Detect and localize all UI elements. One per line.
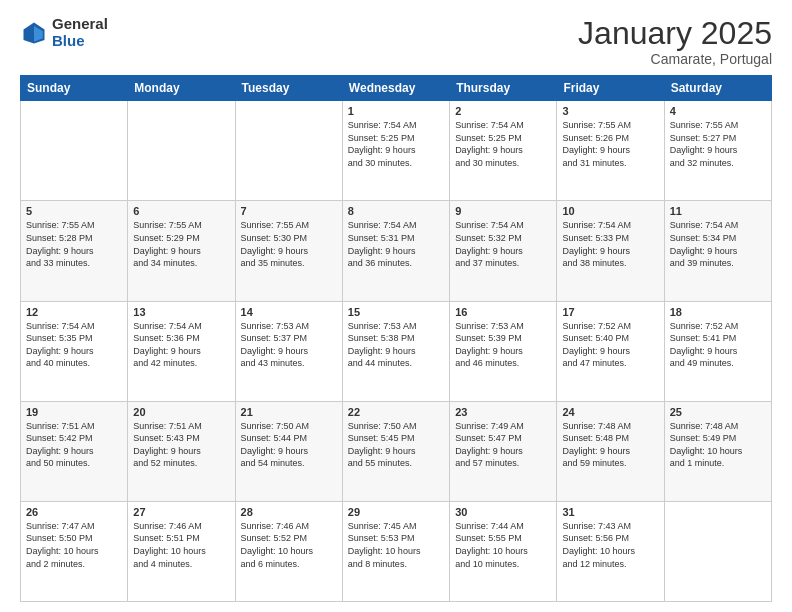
day-info: Sunrise: 7:49 AM Sunset: 5:47 PM Dayligh…	[455, 420, 551, 470]
day-info: Sunrise: 7:55 AM Sunset: 5:28 PM Dayligh…	[26, 219, 122, 269]
day-info: Sunrise: 7:45 AM Sunset: 5:53 PM Dayligh…	[348, 520, 444, 570]
day-info: Sunrise: 7:51 AM Sunset: 5:43 PM Dayligh…	[133, 420, 229, 470]
day-info: Sunrise: 7:48 AM Sunset: 5:49 PM Dayligh…	[670, 420, 766, 470]
day-info: Sunrise: 7:47 AM Sunset: 5:50 PM Dayligh…	[26, 520, 122, 570]
logo: General Blue	[20, 16, 108, 49]
day-number: 21	[241, 406, 337, 418]
day-info: Sunrise: 7:50 AM Sunset: 5:44 PM Dayligh…	[241, 420, 337, 470]
header: General Blue January 2025 Camarate, Port…	[20, 16, 772, 67]
calendar-week-row: 5Sunrise: 7:55 AM Sunset: 5:28 PM Daylig…	[21, 201, 772, 301]
day-info: Sunrise: 7:44 AM Sunset: 5:55 PM Dayligh…	[455, 520, 551, 570]
day-number: 12	[26, 306, 122, 318]
day-info: Sunrise: 7:54 AM Sunset: 5:34 PM Dayligh…	[670, 219, 766, 269]
calendar-cell: 23Sunrise: 7:49 AM Sunset: 5:47 PM Dayli…	[450, 401, 557, 501]
day-number: 29	[348, 506, 444, 518]
day-info: Sunrise: 7:54 AM Sunset: 5:36 PM Dayligh…	[133, 320, 229, 370]
day-info: Sunrise: 7:54 AM Sunset: 5:33 PM Dayligh…	[562, 219, 658, 269]
calendar-cell: 14Sunrise: 7:53 AM Sunset: 5:37 PM Dayli…	[235, 301, 342, 401]
day-number: 17	[562, 306, 658, 318]
title-block: January 2025 Camarate, Portugal	[578, 16, 772, 67]
day-info: Sunrise: 7:54 AM Sunset: 5:25 PM Dayligh…	[455, 119, 551, 169]
calendar-cell: 19Sunrise: 7:51 AM Sunset: 5:42 PM Dayli…	[21, 401, 128, 501]
calendar-cell: 8Sunrise: 7:54 AM Sunset: 5:31 PM Daylig…	[342, 201, 449, 301]
calendar-cell: 28Sunrise: 7:46 AM Sunset: 5:52 PM Dayli…	[235, 501, 342, 601]
day-number: 14	[241, 306, 337, 318]
day-number: 9	[455, 205, 551, 217]
day-number: 31	[562, 506, 658, 518]
day-info: Sunrise: 7:55 AM Sunset: 5:30 PM Dayligh…	[241, 219, 337, 269]
day-number: 18	[670, 306, 766, 318]
calendar-week-row: 26Sunrise: 7:47 AM Sunset: 5:50 PM Dayli…	[21, 501, 772, 601]
day-number: 20	[133, 406, 229, 418]
day-info: Sunrise: 7:50 AM Sunset: 5:45 PM Dayligh…	[348, 420, 444, 470]
day-number: 3	[562, 105, 658, 117]
day-number: 5	[26, 205, 122, 217]
day-number: 7	[241, 205, 337, 217]
day-info: Sunrise: 7:54 AM Sunset: 5:31 PM Dayligh…	[348, 219, 444, 269]
day-info: Sunrise: 7:46 AM Sunset: 5:52 PM Dayligh…	[241, 520, 337, 570]
calendar-cell: 31Sunrise: 7:43 AM Sunset: 5:56 PM Dayli…	[557, 501, 664, 601]
day-info: Sunrise: 7:54 AM Sunset: 5:32 PM Dayligh…	[455, 219, 551, 269]
calendar-week-row: 19Sunrise: 7:51 AM Sunset: 5:42 PM Dayli…	[21, 401, 772, 501]
day-number: 23	[455, 406, 551, 418]
col-thursday: Thursday	[450, 76, 557, 101]
day-info: Sunrise: 7:54 AM Sunset: 5:25 PM Dayligh…	[348, 119, 444, 169]
calendar-cell: 26Sunrise: 7:47 AM Sunset: 5:50 PM Dayli…	[21, 501, 128, 601]
logo-icon	[20, 19, 48, 47]
calendar-cell: 12Sunrise: 7:54 AM Sunset: 5:35 PM Dayli…	[21, 301, 128, 401]
day-number: 4	[670, 105, 766, 117]
day-info: Sunrise: 7:54 AM Sunset: 5:35 PM Dayligh…	[26, 320, 122, 370]
day-number: 13	[133, 306, 229, 318]
calendar-cell: 18Sunrise: 7:52 AM Sunset: 5:41 PM Dayli…	[664, 301, 771, 401]
calendar-cell: 5Sunrise: 7:55 AM Sunset: 5:28 PM Daylig…	[21, 201, 128, 301]
day-number: 26	[26, 506, 122, 518]
day-info: Sunrise: 7:52 AM Sunset: 5:40 PM Dayligh…	[562, 320, 658, 370]
day-info: Sunrise: 7:48 AM Sunset: 5:48 PM Dayligh…	[562, 420, 658, 470]
day-number: 22	[348, 406, 444, 418]
calendar-cell	[21, 101, 128, 201]
month-title: January 2025	[578, 16, 772, 51]
day-number: 19	[26, 406, 122, 418]
calendar-cell: 4Sunrise: 7:55 AM Sunset: 5:27 PM Daylig…	[664, 101, 771, 201]
location-subtitle: Camarate, Portugal	[578, 51, 772, 67]
calendar-cell: 2Sunrise: 7:54 AM Sunset: 5:25 PM Daylig…	[450, 101, 557, 201]
day-info: Sunrise: 7:43 AM Sunset: 5:56 PM Dayligh…	[562, 520, 658, 570]
calendar-cell: 9Sunrise: 7:54 AM Sunset: 5:32 PM Daylig…	[450, 201, 557, 301]
calendar-cell	[235, 101, 342, 201]
calendar-week-row: 12Sunrise: 7:54 AM Sunset: 5:35 PM Dayli…	[21, 301, 772, 401]
calendar-cell: 22Sunrise: 7:50 AM Sunset: 5:45 PM Dayli…	[342, 401, 449, 501]
calendar-cell: 7Sunrise: 7:55 AM Sunset: 5:30 PM Daylig…	[235, 201, 342, 301]
day-number: 24	[562, 406, 658, 418]
col-monday: Monday	[128, 76, 235, 101]
day-number: 1	[348, 105, 444, 117]
calendar-cell: 11Sunrise: 7:54 AM Sunset: 5:34 PM Dayli…	[664, 201, 771, 301]
calendar-cell: 17Sunrise: 7:52 AM Sunset: 5:40 PM Dayli…	[557, 301, 664, 401]
day-number: 30	[455, 506, 551, 518]
calendar-cell: 15Sunrise: 7:53 AM Sunset: 5:38 PM Dayli…	[342, 301, 449, 401]
calendar-header-row: Sunday Monday Tuesday Wednesday Thursday…	[21, 76, 772, 101]
calendar-cell: 6Sunrise: 7:55 AM Sunset: 5:29 PM Daylig…	[128, 201, 235, 301]
day-number: 28	[241, 506, 337, 518]
calendar-cell: 21Sunrise: 7:50 AM Sunset: 5:44 PM Dayli…	[235, 401, 342, 501]
logo-blue-text: Blue	[52, 33, 108, 50]
col-tuesday: Tuesday	[235, 76, 342, 101]
calendar-cell: 3Sunrise: 7:55 AM Sunset: 5:26 PM Daylig…	[557, 101, 664, 201]
day-number: 10	[562, 205, 658, 217]
calendar-table: Sunday Monday Tuesday Wednesday Thursday…	[20, 75, 772, 602]
day-number: 8	[348, 205, 444, 217]
calendar-cell	[128, 101, 235, 201]
calendar-cell	[664, 501, 771, 601]
day-info: Sunrise: 7:51 AM Sunset: 5:42 PM Dayligh…	[26, 420, 122, 470]
logo-general-text: General	[52, 16, 108, 33]
day-info: Sunrise: 7:53 AM Sunset: 5:37 PM Dayligh…	[241, 320, 337, 370]
calendar-cell: 1Sunrise: 7:54 AM Sunset: 5:25 PM Daylig…	[342, 101, 449, 201]
day-number: 11	[670, 205, 766, 217]
calendar-week-row: 1Sunrise: 7:54 AM Sunset: 5:25 PM Daylig…	[21, 101, 772, 201]
day-info: Sunrise: 7:55 AM Sunset: 5:27 PM Dayligh…	[670, 119, 766, 169]
col-saturday: Saturday	[664, 76, 771, 101]
calendar-cell: 10Sunrise: 7:54 AM Sunset: 5:33 PM Dayli…	[557, 201, 664, 301]
day-number: 25	[670, 406, 766, 418]
day-number: 2	[455, 105, 551, 117]
calendar-cell: 27Sunrise: 7:46 AM Sunset: 5:51 PM Dayli…	[128, 501, 235, 601]
calendar-cell: 13Sunrise: 7:54 AM Sunset: 5:36 PM Dayli…	[128, 301, 235, 401]
